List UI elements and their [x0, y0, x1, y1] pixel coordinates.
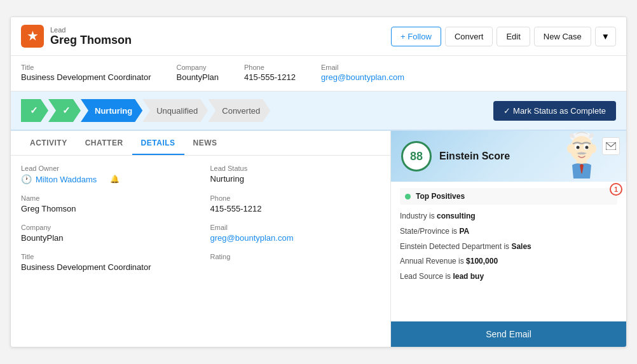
convert-button[interactable]: Convert: [445, 27, 493, 46]
content-area: ACTIVITY CHATTER DETAILS NEWS Lead Owner…: [11, 131, 626, 347]
tab-activity[interactable]: ACTIVITY: [21, 131, 76, 155]
einstein-title: Einstein Score: [439, 151, 510, 162]
einstein-score: 88: [401, 141, 432, 172]
send-email-button[interactable]: Send Email: [391, 321, 626, 347]
step-4-shape: Unqualified: [142, 99, 208, 122]
field-name: Name Greg Thomson ✎: [21, 194, 191, 213]
name-label: Name: [21, 194, 191, 202]
step-1-shape: ✓: [21, 99, 48, 122]
right-panel: 88 Einstein Score: [391, 131, 626, 347]
field-company: Company BountyPlan ✎: [21, 224, 191, 243]
progress-section: ✓ ✓ Nurturing Unqualified Converted: [11, 91, 626, 131]
step-3-shape: Nurturing: [81, 99, 142, 122]
meta-company: Company BountyPlan: [177, 64, 219, 82]
mark-complete-button[interactable]: ✓ Mark Status as Complete: [493, 101, 616, 121]
lead-info: Lead Greg Thomson: [50, 26, 132, 47]
header: ★ Lead Greg Thomson + Follow Convert Edi…: [11, 17, 626, 56]
name-value: Greg Thomson: [21, 204, 76, 213]
lead-status-value: Nurturing: [210, 174, 244, 184]
step-3: Nurturing: [81, 99, 142, 122]
meta-phone: Phone 415-555-1212: [244, 64, 296, 82]
field-email: Email greg@bountyplan.com ✎: [210, 224, 381, 243]
positive-item: Einstein Detected Department is Sales: [400, 241, 617, 252]
title-value-wrapper: Business Development Coordinator ✎: [21, 262, 191, 272]
header-actions: + Follow Convert Edit New Case ▼: [391, 27, 616, 46]
rating-label: Rating: [210, 253, 381, 260]
positives-badge: 1: [610, 183, 622, 196]
svg-point-2: [567, 144, 573, 153]
einstein-header: 88 Einstein Score: [391, 131, 626, 182]
svg-point-7: [586, 146, 589, 149]
svg-point-6: [577, 146, 580, 149]
header-left: ★ Lead Greg Thomson: [21, 25, 132, 48]
svg-point-3: [590, 144, 596, 153]
meta-company-value: BountyPlan: [177, 72, 219, 82]
notify-icon: 🔔: [110, 175, 120, 184]
email-value-wrapper: greg@bountyplan.com ✎: [210, 233, 381, 243]
lead-status-value-wrapper: Nurturing ✎: [210, 174, 381, 184]
lead-owner-value[interactable]: Milton Waddams: [36, 175, 97, 184]
field-title: Title Business Development Coordinator ✎: [21, 253, 191, 272]
meta-company-label: Company: [177, 64, 219, 71]
meta-email-label: Email: [321, 64, 404, 71]
positive-item: Lead Source is lead buy: [400, 271, 617, 282]
field-row-2: Name Greg Thomson ✎ Phone 415-555-1212 ✎: [21, 194, 380, 213]
owner-icon: 🕐: [21, 174, 32, 184]
details-content: Lead Owner 🕐 Milton Waddams ✎ 🔔 Lead Sta…: [11, 156, 390, 347]
company-value-wrapper: BountyPlan ✎: [21, 233, 191, 243]
meta-title-value: Business Development Coordinator: [21, 72, 151, 82]
new-case-button[interactable]: New Case: [534, 27, 591, 46]
email-label: Email: [210, 224, 381, 231]
name-value-wrapper: Greg Thomson ✎: [21, 204, 191, 213]
positive-item: Annual Revenue is $100,000: [400, 256, 617, 267]
phone-label: Phone: [210, 194, 381, 202]
step-1: ✓: [21, 99, 48, 122]
company-label: Company: [21, 224, 191, 231]
step-2-shape: ✓: [48, 99, 81, 122]
field-row-1: Lead Owner 🕐 Milton Waddams ✎ 🔔 Lead Sta…: [21, 165, 380, 184]
field-lead-status: Lead Status Nurturing ✎: [210, 165, 381, 184]
positives-section: Top Positives 1 Industry is consultingSt…: [391, 182, 626, 321]
field-row-3: Company BountyPlan ✎ Email greg@bountypl…: [21, 224, 380, 243]
step-4: Unqualified: [142, 99, 208, 122]
meta-phone-label: Phone: [244, 64, 296, 71]
lead-status-label: Lead Status: [210, 165, 381, 172]
title-value: Business Development Coordinator: [21, 262, 151, 272]
lead-label: Lead: [50, 26, 132, 34]
einstein-mascot: [563, 131, 601, 179]
green-dot-icon: [405, 194, 411, 199]
main-card: ★ Lead Greg Thomson + Follow Convert Edi…: [10, 17, 627, 347]
tabs: ACTIVITY CHATTER DETAILS NEWS: [11, 131, 390, 156]
positives-title: Top Positives: [416, 192, 465, 201]
positives-header: Top Positives 1: [400, 188, 617, 205]
positive-item: State/Province is PA: [400, 226, 617, 237]
meta-email-value[interactable]: greg@bountyplan.com: [321, 72, 404, 82]
email-value[interactable]: greg@bountyplan.com: [210, 233, 294, 243]
field-rating: Rating: [210, 253, 381, 272]
left-panel: ACTIVITY CHATTER DETAILS NEWS Lead Owner…: [11, 131, 391, 347]
mail-icon-button[interactable]: [602, 137, 620, 155]
positive-item: Industry is consulting: [400, 211, 617, 222]
tab-details[interactable]: DETAILS: [132, 131, 184, 155]
tab-chatter[interactable]: CHATTER: [76, 131, 132, 155]
phone-value: 415-555-1212: [210, 204, 262, 213]
tab-news[interactable]: NEWS: [184, 131, 226, 155]
meta-phone-value: 415-555-1212: [244, 72, 296, 82]
lead-owner-label: Lead Owner: [21, 165, 191, 172]
lead-owner-value-wrapper: 🕐 Milton Waddams ✎ 🔔: [21, 174, 191, 184]
step-5: Converted: [208, 99, 270, 122]
step-5-shape: Converted: [208, 99, 270, 122]
company-value: BountyPlan: [21, 233, 64, 243]
phone-value-wrapper: 415-555-1212 ✎: [210, 204, 381, 213]
dropdown-button[interactable]: ▼: [595, 27, 616, 46]
lead-icon: ★: [21, 25, 44, 48]
title-label: Title: [21, 253, 191, 260]
meta-title-label: Title: [21, 64, 151, 71]
page-wrapper: ★ Lead Greg Thomson + Follow Convert Edi…: [0, 0, 637, 364]
follow-button[interactable]: + Follow: [391, 27, 441, 46]
meta-title: Title Business Development Coordinator: [21, 64, 151, 82]
meta-row: Title Business Development Coordinator C…: [11, 56, 626, 91]
field-phone: Phone 415-555-1212 ✎: [210, 194, 381, 213]
mail-icon: [606, 142, 616, 150]
edit-button[interactable]: Edit: [497, 27, 530, 46]
